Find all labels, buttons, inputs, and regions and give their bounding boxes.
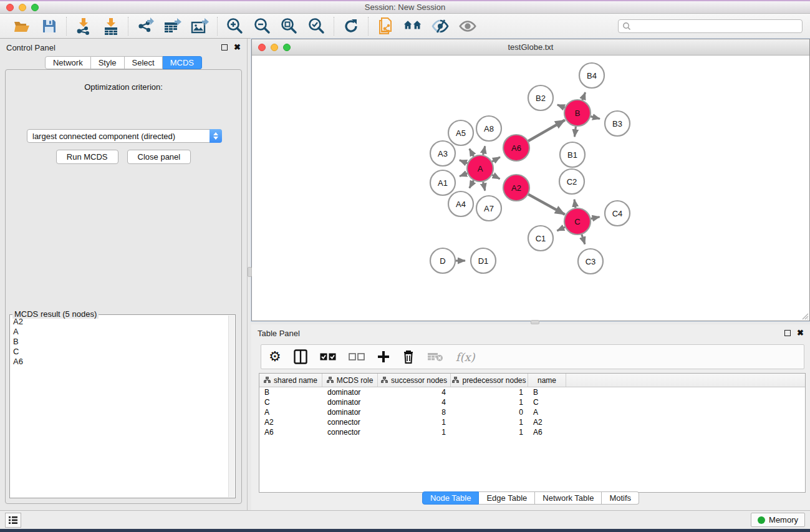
import-table-icon[interactable] [102,17,120,36]
column-header-successor-nodes[interactable]: successor nodes [378,374,451,387]
search-field[interactable] [618,19,803,33]
float-panel-icon[interactable] [221,44,228,51]
cell-MCDS-role[interactable]: dominator [322,407,378,417]
table-row[interactable]: Bdominator41B [259,387,805,397]
export-table-icon[interactable] [163,17,182,36]
column-header-MCDS-role[interactable]: MCDS role [322,374,378,387]
table-row[interactable]: A2connector11A2 [259,417,805,427]
delete-icon[interactable] [402,348,415,365]
result-scrollbar[interactable] [228,316,234,497]
memory-button[interactable]: Memory [751,513,805,527]
function-builder-icon[interactable]: f(x) [456,348,475,365]
cell-name[interactable]: A6 [528,427,566,437]
tab-node-table[interactable]: Node Table [422,491,480,505]
open-file-icon[interactable] [12,17,31,36]
zoom-fit-icon[interactable] [280,17,299,36]
search-input[interactable] [632,21,802,32]
edge-A-A4[interactable] [470,180,474,188]
select-all-icon[interactable] [320,348,336,365]
task-history-button[interactable] [5,513,21,528]
refresh-icon[interactable] [342,17,360,36]
cell-predecessor-nodes[interactable]: 1 [451,397,528,407]
network-window-titlebar[interactable]: testGlobe.txt [252,39,809,56]
show-graphics-icon[interactable] [458,17,477,36]
cell-MCDS-role[interactable]: dominator [322,397,378,407]
edge-C-C3[interactable] [582,235,585,244]
column-header-shared-name[interactable]: shared name [259,374,322,387]
cell-shared-name[interactable]: C [259,397,322,407]
cell-MCDS-role[interactable]: connector [322,417,378,427]
edge-A-A2[interactable] [492,175,499,178]
cell-shared-name[interactable]: A2 [259,417,322,427]
cell-MCDS-role[interactable]: connector [322,427,378,437]
export-network-icon[interactable] [136,17,155,36]
column-layout-icon[interactable] [294,348,307,365]
zoom-in-icon[interactable] [225,17,244,36]
cell-name[interactable]: A [528,407,566,417]
resize-grip-icon[interactable] [801,312,809,320]
result-item[interactable]: A6 [12,357,228,367]
close-panel-button[interactable]: Close panel [127,150,191,164]
result-item[interactable]: B [12,337,228,347]
float-table-panel-icon[interactable] [784,330,791,336]
vertical-splitter-grip[interactable] [248,267,252,277]
table-row[interactable]: A6connector11A6 [259,427,805,437]
cell-predecessor-nodes[interactable]: 1 [451,417,528,427]
edge-C-C1[interactable] [557,227,565,231]
column-header-name[interactable]: name [528,374,566,387]
edge-C-C2[interactable] [574,200,576,208]
edge-B-B1[interactable] [574,127,576,137]
cell-predecessor-nodes[interactable]: 0 [451,407,528,417]
deselect-all-icon[interactable] [349,348,365,365]
run-mcds-button[interactable]: Run MCDS [56,150,118,164]
edge-A-A5[interactable] [470,148,474,156]
add-column-icon[interactable] [377,348,390,365]
cell-name[interactable]: C [528,397,566,407]
tab-motifs[interactable]: Motifs [602,491,639,505]
cell-shared-name[interactable]: B [259,387,322,397]
edge-A2-C[interactable] [528,195,565,215]
cell-name[interactable]: A2 [528,417,566,427]
cell-predecessor-nodes[interactable]: 1 [451,387,528,397]
network-canvas[interactable]: B4B2BB3A5A8A6A3B1AC2A1A2A4A7CC4C1C3DD1 [252,56,809,321]
save-session-icon[interactable] [40,17,59,36]
result-item[interactable]: A2 [12,317,228,327]
mcds-result-list[interactable]: A2ABCA6 [12,317,228,496]
cell-successor-nodes[interactable]: 4 [378,387,451,397]
network-file-icon[interactable] [376,17,395,36]
edge-C-C4[interactable] [591,217,600,219]
tab-network[interactable]: Network [45,56,91,69]
edge-A-A8[interactable] [483,146,485,155]
cell-successor-nodes[interactable]: 8 [378,407,451,417]
edge-A-A7[interactable] [483,181,485,190]
cell-predecessor-nodes[interactable]: 1 [451,427,528,437]
close-table-panel-icon[interactable]: ✖ [797,330,804,336]
cell-successor-nodes[interactable]: 4 [378,397,451,407]
table-row[interactable]: Cdominator41C [259,397,805,407]
table-row[interactable]: Adominator80A [259,407,805,417]
hide-labels-icon[interactable] [431,17,450,36]
table-settings-icon[interactable]: ⚙ [269,348,281,365]
cell-shared-name[interactable]: A6 [259,427,322,437]
tab-style[interactable]: Style [91,56,125,69]
edge-A-A3[interactable] [460,160,468,163]
tab-mcds[interactable]: MCDS [163,56,202,69]
edge-A-A1[interactable] [460,173,467,177]
edge-A6-B[interactable] [528,120,565,141]
cell-shared-name[interactable]: A [259,407,322,417]
result-item[interactable]: C [12,347,228,357]
cell-successor-nodes[interactable]: 1 [378,427,451,437]
result-item[interactable]: A [12,327,228,337]
zoom-selected-icon[interactable] [307,17,326,36]
import-network-icon[interactable] [74,17,93,36]
tab-network-table[interactable]: Network Table [535,491,602,505]
delete-table-icon[interactable] [427,348,443,365]
close-panel-icon[interactable]: ✖ [234,44,241,51]
export-image-icon[interactable] [191,17,210,36]
edge-B-B2[interactable] [557,105,565,108]
cell-name[interactable]: B [528,387,566,397]
tab-select[interactable]: Select [125,56,163,69]
zoom-out-icon[interactable] [253,17,271,36]
cell-MCDS-role[interactable]: dominator [322,387,378,397]
tab-edge-table[interactable]: Edge Table [479,491,535,505]
